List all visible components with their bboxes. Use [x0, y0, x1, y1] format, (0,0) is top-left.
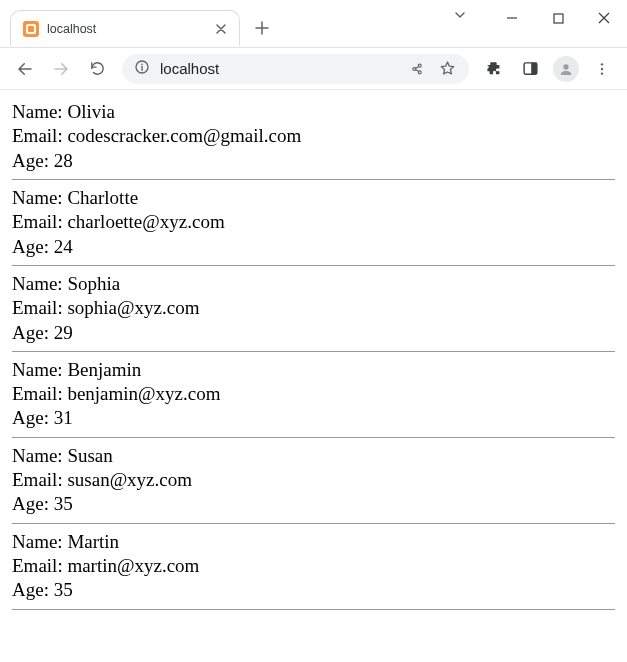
email-value: sophia@xyz.com	[67, 297, 199, 318]
name-label: Name:	[12, 101, 67, 122]
maximize-icon	[553, 13, 564, 24]
email-label: Email:	[12, 125, 67, 146]
record: Name: MartinEmail: martin@xyz.comAge: 35	[12, 530, 615, 603]
address-bar[interactable]: localhost	[122, 54, 469, 84]
minimize-icon	[506, 12, 518, 24]
age-label: Age:	[12, 579, 54, 600]
puzzle-icon	[486, 60, 503, 77]
svg-rect-3	[554, 14, 563, 23]
record-separator	[12, 179, 615, 180]
tab-search-button[interactable]	[453, 8, 467, 26]
dots-vertical-icon	[594, 61, 610, 77]
forward-button[interactable]	[44, 52, 78, 86]
record-email-line: Email: martin@xyz.com	[12, 554, 615, 578]
close-icon	[216, 24, 226, 34]
svg-point-6	[418, 64, 421, 67]
name-value: Benjamin	[67, 359, 141, 380]
record-age-line: Age: 24	[12, 235, 615, 259]
record: Name: OliviaEmail: codescracker.com@gmai…	[12, 100, 615, 173]
email-value: charloette@xyz.com	[67, 211, 224, 232]
share-icon	[409, 61, 425, 77]
record-email-line: Email: sophia@xyz.com	[12, 296, 615, 320]
sidepanel-button[interactable]	[513, 52, 547, 86]
profile-button[interactable]	[549, 52, 583, 86]
bookmark-button[interactable]	[437, 60, 457, 77]
svg-point-14	[601, 72, 603, 74]
age-label: Age:	[12, 322, 54, 343]
age-value: 35	[54, 579, 73, 600]
name-value: Susan	[67, 445, 112, 466]
tab-title: localhost	[47, 22, 207, 36]
plus-icon	[255, 21, 269, 35]
age-label: Age:	[12, 407, 54, 428]
arrow-left-icon	[16, 60, 34, 78]
record-name-line: Name: Susan	[12, 444, 615, 468]
name-value: Olivia	[67, 101, 115, 122]
record-name-line: Name: Benjamin	[12, 358, 615, 382]
close-icon	[598, 12, 610, 24]
record-separator	[12, 265, 615, 266]
window-controls	[489, 0, 627, 36]
record: Name: CharlotteEmail: charloette@xyz.com…	[12, 186, 615, 259]
email-label: Email:	[12, 555, 67, 576]
svg-point-7	[413, 67, 416, 70]
name-label: Name:	[12, 273, 67, 294]
svg-point-11	[563, 64, 568, 69]
svg-point-5	[141, 63, 143, 65]
age-label: Age:	[12, 493, 54, 514]
email-label: Email:	[12, 469, 67, 490]
close-tab-button[interactable]	[213, 21, 229, 37]
record-age-line: Age: 31	[12, 406, 615, 430]
email-value: susan@xyz.com	[67, 469, 192, 490]
record-name-line: Name: Olivia	[12, 100, 615, 124]
menu-button[interactable]	[585, 52, 619, 86]
name-value: Charlotte	[67, 187, 138, 208]
record-age-line: Age: 28	[12, 149, 615, 173]
record: Name: BenjaminEmail: benjamin@xyz.comAge…	[12, 358, 615, 431]
arrow-right-icon	[52, 60, 70, 78]
name-value: Martin	[67, 531, 119, 552]
name-label: Name:	[12, 359, 67, 380]
name-label: Name:	[12, 445, 67, 466]
extensions-button[interactable]	[477, 52, 511, 86]
email-label: Email:	[12, 297, 67, 318]
avatar-icon	[553, 56, 579, 82]
info-icon	[134, 59, 150, 75]
record-email-line: Email: codescracker.com@gmail.com	[12, 124, 615, 148]
site-info-button[interactable]	[134, 59, 150, 79]
email-value: codescracker.com@gmail.com	[67, 125, 301, 146]
age-value: 31	[54, 407, 73, 428]
email-value: martin@xyz.com	[67, 555, 199, 576]
record-separator	[12, 523, 615, 524]
reload-button[interactable]	[80, 52, 114, 86]
name-label: Name:	[12, 187, 67, 208]
share-button[interactable]	[407, 61, 427, 77]
browser-titlebar: localhost	[0, 0, 627, 48]
record-email-line: Email: susan@xyz.com	[12, 468, 615, 492]
age-label: Age:	[12, 150, 54, 171]
svg-point-8	[418, 70, 421, 73]
close-window-button[interactable]	[581, 0, 627, 36]
new-tab-button[interactable]	[248, 14, 276, 42]
record-separator	[12, 351, 615, 352]
browser-tab[interactable]: localhost	[10, 10, 240, 46]
record-age-line: Age: 35	[12, 578, 615, 602]
record-separator	[12, 609, 615, 610]
url-text: localhost	[160, 60, 397, 77]
record-name-line: Name: Charlotte	[12, 186, 615, 210]
back-button[interactable]	[8, 52, 42, 86]
minimize-button[interactable]	[489, 0, 535, 36]
age-value: 28	[54, 150, 73, 171]
record-name-line: Name: Martin	[12, 530, 615, 554]
svg-point-12	[601, 63, 603, 65]
record-age-line: Age: 29	[12, 321, 615, 345]
name-value: Sophia	[67, 273, 120, 294]
svg-point-13	[601, 67, 603, 69]
chevron-down-icon	[453, 8, 467, 22]
maximize-button[interactable]	[535, 0, 581, 36]
email-value: benjamin@xyz.com	[67, 383, 220, 404]
age-value: 35	[54, 493, 73, 514]
sidepanel-icon	[522, 60, 539, 77]
xampp-favicon-icon	[23, 21, 39, 37]
record-email-line: Email: charloette@xyz.com	[12, 210, 615, 234]
